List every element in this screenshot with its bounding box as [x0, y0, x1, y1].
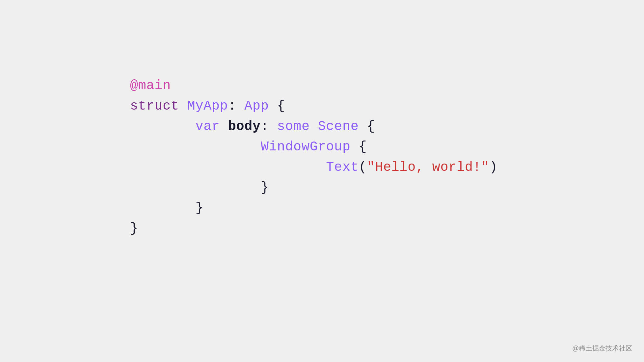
open-paren: ( [359, 160, 367, 175]
hello-string: "Hello, world!" [367, 160, 489, 175]
close-brace-2: } [195, 201, 203, 216]
body-word: body [228, 119, 261, 134]
code-block: @main struct MyApp: App { var body: some… [130, 76, 497, 239]
code-line-8: } [130, 219, 497, 239]
watermark: @稀土掘金技术社区 [572, 344, 632, 353]
indent-4 [130, 140, 261, 154]
scene-type: Scene [318, 119, 359, 134]
windowgroup-name: WindowGroup [261, 140, 351, 154]
code-line-6: } [130, 178, 497, 198]
open-brace-3: { [351, 140, 367, 154]
close-brace-1: } [130, 221, 138, 236]
open-brace-1: { [269, 99, 285, 114]
code-line-7: } [130, 198, 497, 219]
text-func: Text [326, 160, 359, 175]
struct-keyword: struct [130, 99, 187, 114]
app-type: App [244, 99, 269, 114]
code-line-2: struct MyApp: App { [130, 96, 497, 116]
colon-3: : [261, 119, 277, 134]
indent-3 [130, 119, 195, 134]
code-line-1: @main [130, 76, 497, 96]
indent-7 [130, 201, 195, 216]
close-brace-3: } [261, 180, 269, 195]
colon-app: : [228, 99, 245, 114]
open-brace-2: { [359, 119, 375, 134]
code-line-3: var body: some Scene { [130, 116, 497, 137]
indent-6 [130, 180, 261, 195]
close-paren: ) [489, 160, 497, 175]
indent-5 [130, 160, 326, 175]
code-line-5: Text("Hello, world!") [130, 157, 497, 178]
some-keyword: some [277, 119, 318, 134]
myapp-name: MyApp [187, 99, 228, 114]
at-main-keyword: @main [130, 78, 171, 93]
code-line-4: WindowGroup { [130, 137, 497, 157]
var-keyword: var [195, 119, 228, 134]
